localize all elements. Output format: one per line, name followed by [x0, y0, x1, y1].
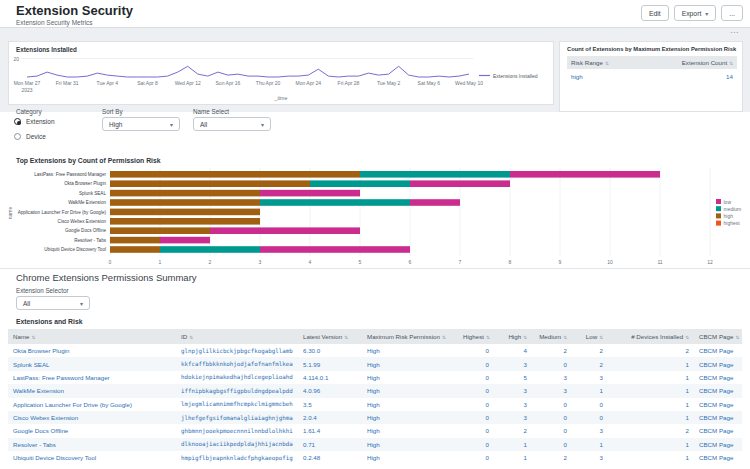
column-header-devices-installed[interactable]: # Devices Installed⇅ — [608, 329, 694, 344]
cell-high[interactable]: 1 — [494, 438, 532, 451]
cell-devices-installed[interactable]: 1 — [608, 411, 694, 424]
cell-name[interactable]: Google Docs Offline — [8, 424, 176, 437]
cell-low[interactable]: 3 — [572, 371, 608, 384]
cell-medium[interactable]: 0 — [532, 411, 572, 424]
bar-segment-high[interactable] — [110, 209, 260, 216]
cell-maximum-risk-permission[interactable]: High — [362, 384, 458, 397]
cell-name[interactable]: Application Launcher For Drive (by Googl… — [8, 398, 176, 411]
cell-id[interactable]: lmjegmlicamnimmfhcmpkclmigmmcbeh — [176, 398, 298, 411]
cell-latest-version[interactable]: 4.114.0.1 — [298, 371, 362, 384]
cell-id[interactable]: glnpjglilkicbckjpbgcfkogabgllamb — [176, 344, 298, 357]
cell-medium[interactable]: 0 — [532, 357, 572, 370]
cell-low[interactable]: 2 — [572, 357, 608, 370]
bar-segment-medium[interactable] — [260, 199, 410, 206]
cell-highest[interactable]: 0 — [458, 398, 494, 411]
column-header-cbcm-page[interactable]: CBCM Page⇅ — [694, 329, 742, 344]
risk-range-link[interactable]: high — [567, 69, 663, 83]
cell-highest[interactable]: 0 — [458, 384, 494, 397]
bar-segment-high[interactable] — [110, 218, 260, 225]
cell-name[interactable]: Ubiquiti Device Discovery Tool — [8, 451, 176, 464]
cell-highest[interactable]: 0 — [458, 357, 494, 370]
cell-cbcm-page[interactable]: CBCM Page — [694, 451, 742, 464]
cell-high[interactable]: 3 — [494, 398, 532, 411]
cell-maximum-risk-permission[interactable]: High — [362, 438, 458, 451]
cell-id[interactable]: iffnipbkagbgsffigpbuldngdpealpdd — [176, 384, 298, 397]
cell-high[interactable]: 1 — [494, 451, 532, 464]
cell-medium[interactable]: 0 — [532, 438, 572, 451]
cell-high[interactable]: 3 — [494, 384, 532, 397]
cell-latest-version[interactable]: 2.0.4 — [298, 411, 362, 424]
cell-maximum-risk-permission[interactable]: High — [362, 398, 458, 411]
cell-name[interactable]: Okta Browser Plugin — [8, 344, 176, 357]
cell-low[interactable]: 3 — [572, 451, 608, 464]
cell-highest[interactable]: 0 — [458, 344, 494, 357]
cell-id[interactable]: hmpigflbjeapnknladcfphgkaeopofig — [176, 451, 298, 464]
cell-low[interactable]: 0 — [572, 411, 608, 424]
bar-segment-low[interactable] — [160, 237, 210, 244]
bar-segment-high[interactable] — [110, 190, 260, 197]
cell-highest[interactable]: 0 — [458, 424, 494, 437]
cell-devices-installed[interactable]: 1 — [608, 451, 694, 464]
cell-devices-installed[interactable]: 1 — [608, 371, 694, 384]
cell-maximum-risk-permission[interactable]: High — [362, 451, 458, 464]
cell-name[interactable]: Cisco Webex Extension — [8, 411, 176, 424]
cell-maximum-risk-permission[interactable]: High — [362, 344, 458, 357]
cell-cbcm-page[interactable]: CBCM Page — [694, 357, 742, 370]
cell-cbcm-page[interactable]: CBCM Page — [694, 398, 742, 411]
bar-segment-low[interactable] — [210, 227, 360, 234]
cell-devices-installed[interactable]: 1 — [608, 357, 694, 370]
column-header-high[interactable]: High⇅ — [494, 329, 532, 344]
cell-medium[interactable]: 3 — [532, 384, 572, 397]
cell-cbcm-page[interactable]: CBCM Page — [694, 384, 742, 397]
edit-button[interactable]: Edit — [641, 5, 669, 21]
panel-menu-icon[interactable]: ⋯ — [730, 28, 739, 37]
cell-highest[interactable]: 0 — [458, 371, 494, 384]
bar-segment-high[interactable] — [110, 237, 160, 244]
column-header-latest-version[interactable]: Latest Version⇅ — [298, 329, 362, 344]
cell-medium[interactable]: 2 — [532, 451, 572, 464]
bar-segment-low[interactable] — [510, 171, 660, 178]
risk-count-cell[interactable]: 14 — [663, 69, 737, 83]
column-header-highest[interactable]: Highest⇅ — [458, 329, 494, 344]
column-header-name[interactable]: Name⇅ — [8, 329, 176, 344]
cell-cbcm-page[interactable]: CBCM Page — [694, 344, 742, 357]
category-radio-device[interactable]: Device — [14, 133, 46, 140]
cell-id[interactable]: ghbmnnjooekpmoecnnnilnnbdlolhkhi — [176, 424, 298, 437]
cell-name[interactable]: WalkMe Extension — [8, 384, 176, 397]
cell-highest[interactable]: 0 — [458, 411, 494, 424]
bar-segment-high[interactable] — [110, 246, 160, 253]
cell-high[interactable]: 3 — [494, 411, 532, 424]
cell-maximum-risk-permission[interactable]: High — [362, 357, 458, 370]
export-button[interactable]: Export ▾ — [674, 5, 717, 21]
cell-high[interactable]: 2 — [494, 424, 532, 437]
cell-highest[interactable]: 0 — [458, 451, 494, 464]
column-header-risk-range[interactable]: Risk Range⇅ — [567, 56, 663, 69]
bar-segment-medium[interactable] — [360, 171, 510, 178]
cell-cbcm-page[interactable]: CBCM Page — [694, 424, 742, 437]
column-header-maximum-risk-permission[interactable]: Maximum Risk Permission⇅ — [362, 329, 458, 344]
cell-latest-version[interactable]: 6.30.0 — [298, 344, 362, 357]
cell-devices-installed[interactable]: 2 — [608, 424, 694, 437]
cell-id[interactable]: kkfcaffbbkknkohjodjafofnanfmlkea — [176, 357, 298, 370]
cell-high[interactable]: 3 — [494, 357, 532, 370]
cell-cbcm-page[interactable]: CBCM Page — [694, 371, 742, 384]
bar-segment-low[interactable] — [410, 180, 510, 187]
cell-name[interactable]: Splunk SEAL — [8, 357, 176, 370]
cell-medium[interactable]: 3 — [532, 371, 572, 384]
cell-low[interactable]: 0 — [572, 398, 608, 411]
cell-latest-version[interactable]: 4.0.96 — [298, 384, 362, 397]
column-header-extension-count[interactable]: Extension Count⇅ — [663, 56, 737, 69]
more-options-button[interactable]: ... — [721, 5, 743, 21]
bar-segment-high[interactable] — [110, 199, 260, 206]
category-radio-extension[interactable]: Extension — [14, 118, 55, 125]
bar-segment-medium[interactable] — [310, 180, 410, 187]
cell-medium[interactable]: 2 — [532, 344, 572, 357]
cell-latest-version[interactable]: 1.61.4 — [298, 424, 362, 437]
bar-segment-high[interactable] — [110, 171, 360, 178]
cell-low[interactable]: 2 — [572, 344, 608, 357]
name-select-dropdown[interactable]: All ▾ — [193, 117, 271, 131]
cell-low[interactable]: 1 — [572, 384, 608, 397]
cell-devices-installed[interactable]: 1 — [608, 438, 694, 451]
cell-id[interactable]: dlknooajiaciikpedpldajhhijacnbda — [176, 438, 298, 451]
cell-maximum-risk-permission[interactable]: High — [362, 371, 458, 384]
